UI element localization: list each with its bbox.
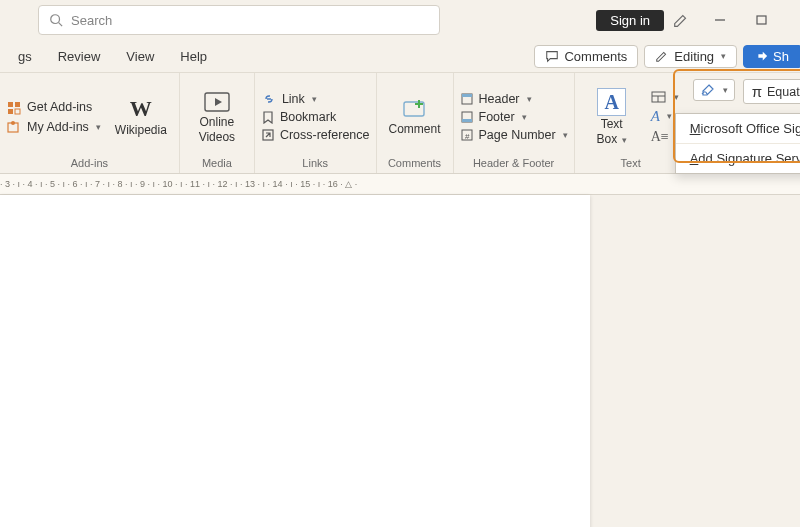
get-addins-button[interactable]: Get Add-ins bbox=[6, 99, 101, 115]
chevron-down-icon: ▾ bbox=[312, 94, 317, 104]
signature-line-button[interactable]: ▾ bbox=[693, 79, 735, 101]
svg-rect-7 bbox=[15, 109, 20, 114]
tab-view[interactable]: View bbox=[114, 45, 166, 68]
textbox-icon: A bbox=[597, 88, 625, 116]
title-bar: Search Sign in bbox=[0, 0, 800, 40]
ruler[interactable]: · 3 · ı · 4 · ı · 5 · ı · 6 · ı · 7 · ı … bbox=[0, 174, 800, 195]
svg-rect-3 bbox=[757, 16, 766, 24]
puzzle-icon bbox=[6, 119, 22, 135]
group-label: Text bbox=[621, 157, 641, 171]
share-icon bbox=[754, 49, 768, 63]
page-number-icon: # bbox=[460, 128, 474, 142]
comments-button[interactable]: Comments bbox=[534, 45, 638, 68]
equation-button[interactable]: π Equation ▾ bbox=[743, 79, 800, 104]
pencil-icon bbox=[655, 49, 669, 63]
share-button[interactable]: Sh bbox=[743, 45, 800, 68]
group-label: Media bbox=[202, 157, 232, 171]
tab-partial[interactable]: gs bbox=[6, 45, 44, 68]
share-label: Sh bbox=[773, 49, 789, 64]
minimize-button[interactable] bbox=[714, 14, 748, 26]
footer-button[interactable]: Footer▾ bbox=[460, 110, 568, 124]
signature-dropdown: Microsoft Office Signature Add Signature… bbox=[675, 113, 800, 174]
link-icon bbox=[261, 92, 277, 106]
search-input[interactable]: Search bbox=[38, 5, 440, 35]
page-number-button[interactable]: #Page Number▾ bbox=[460, 128, 568, 142]
editing-button[interactable]: Editing ▾ bbox=[644, 45, 737, 68]
group-header-footer: Header▾ Footer▾ #Page Number▾ Header & F… bbox=[454, 73, 575, 173]
svg-line-1 bbox=[59, 23, 63, 27]
comment-icon bbox=[545, 49, 559, 63]
chevron-down-icon: ▾ bbox=[563, 130, 568, 140]
online-videos-button[interactable]: Online Videos bbox=[186, 90, 248, 144]
header-icon bbox=[460, 92, 474, 106]
group-symbols: ▾ π Equation ▾ Microsoft Office Signatur… bbox=[687, 73, 800, 173]
group-links: Link▾ Bookmark Cross-reference Links bbox=[255, 73, 377, 173]
chevron-down-icon: ▾ bbox=[721, 51, 726, 61]
comment-button[interactable]: Comment bbox=[383, 97, 447, 136]
ms-office-signature-item[interactable]: Microsoft Office Signature bbox=[676, 114, 800, 144]
header-button[interactable]: Header▾ bbox=[460, 92, 568, 106]
group-comments: Comment Comments bbox=[377, 73, 454, 173]
cross-reference-button[interactable]: Cross-reference bbox=[261, 128, 370, 142]
svg-point-9 bbox=[11, 121, 15, 125]
group-label: Add-ins bbox=[71, 157, 108, 171]
svg-marker-11 bbox=[215, 98, 222, 106]
chevron-down-icon: ▾ bbox=[674, 92, 679, 102]
search-placeholder: Search bbox=[71, 13, 112, 28]
group-label: Links bbox=[302, 157, 328, 171]
chevron-down-icon: ▾ bbox=[527, 94, 532, 104]
document-area bbox=[0, 195, 800, 527]
restore-button[interactable] bbox=[756, 14, 790, 26]
chevron-down-icon: ▾ bbox=[723, 85, 728, 95]
store-icon bbox=[6, 99, 22, 115]
wikipedia-icon: W bbox=[130, 97, 152, 121]
footer-icon bbox=[460, 110, 474, 124]
svg-text:#: # bbox=[465, 132, 470, 141]
signature-icon bbox=[700, 83, 716, 97]
crossref-icon bbox=[261, 128, 275, 142]
group-text: A Text Box ▾ ▾ A▾ A≡▾ Text bbox=[575, 73, 687, 173]
bookmark-icon bbox=[261, 110, 275, 124]
chevron-down-icon: ▾ bbox=[667, 111, 672, 121]
tab-help[interactable]: Help bbox=[168, 45, 219, 68]
ribbon-tabs: gs Review View Help Comments Editing ▾ S… bbox=[0, 40, 800, 73]
text-box-button[interactable]: A Text Box ▾ bbox=[581, 88, 643, 146]
pen-icon[interactable] bbox=[672, 11, 706, 29]
my-addins-button[interactable]: My Add-ins▾ bbox=[6, 119, 101, 135]
ribbon: Get Add-ins My Add-ins▾ W Wikipedia Add-… bbox=[0, 73, 800, 174]
group-label: Header & Footer bbox=[473, 157, 554, 171]
bookmark-button[interactable]: Bookmark bbox=[261, 110, 370, 124]
page-canvas[interactable] bbox=[0, 195, 590, 527]
svg-rect-4 bbox=[8, 102, 13, 107]
svg-point-0 bbox=[51, 15, 60, 24]
search-icon bbox=[49, 13, 63, 27]
editing-label: Editing bbox=[674, 49, 714, 64]
svg-rect-6 bbox=[8, 109, 13, 114]
parts-icon bbox=[651, 90, 667, 104]
sign-in-button[interactable]: Sign in bbox=[596, 10, 664, 31]
video-icon bbox=[203, 90, 231, 114]
group-media: Online Videos Media bbox=[180, 73, 255, 173]
group-label: Comments bbox=[388, 157, 441, 171]
link-button[interactable]: Link▾ bbox=[261, 92, 370, 106]
chevron-down-icon: ▾ bbox=[522, 112, 527, 122]
comments-label: Comments bbox=[564, 49, 627, 64]
chevron-down-icon: ▾ bbox=[96, 122, 101, 132]
tab-review[interactable]: Review bbox=[46, 45, 113, 68]
chevron-down-icon: ▾ bbox=[619, 135, 627, 145]
svg-rect-17 bbox=[462, 94, 472, 97]
svg-rect-19 bbox=[462, 119, 472, 122]
new-comment-icon bbox=[401, 97, 429, 121]
wikipedia-button[interactable]: W Wikipedia bbox=[109, 97, 173, 136]
pi-icon: π bbox=[752, 83, 762, 100]
quick-parts-button[interactable]: ▾ bbox=[651, 90, 681, 104]
group-addins: Get Add-ins My Add-ins▾ W Wikipedia Add-… bbox=[0, 73, 180, 173]
svg-rect-5 bbox=[15, 102, 20, 107]
dropcap-icon: A≡ bbox=[651, 129, 669, 145]
wordart-icon: A bbox=[651, 108, 660, 125]
add-signature-services-item[interactable]: Add Signature Services... bbox=[676, 144, 800, 173]
